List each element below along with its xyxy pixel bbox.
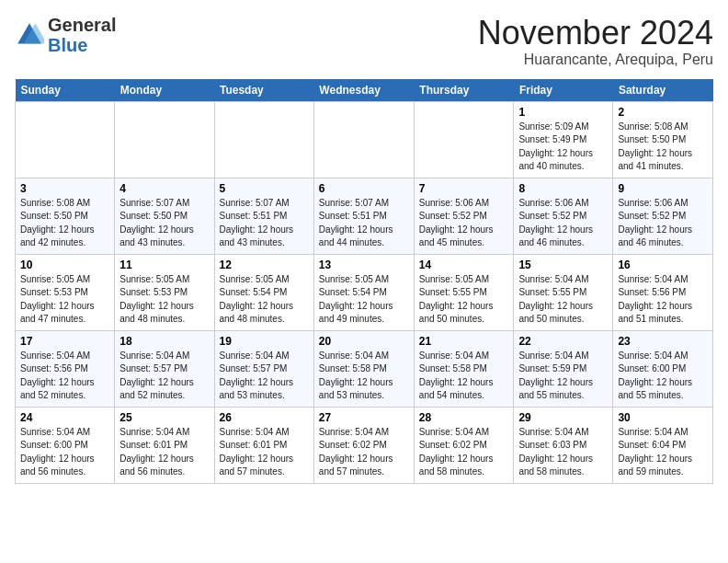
day-info: Sunrise: 5:04 AMSunset: 6:00 PMDaylight:…: [618, 350, 708, 403]
week-row-3: 10Sunrise: 5:05 AMSunset: 5:53 PMDayligh…: [16, 254, 713, 330]
day-number: 24: [20, 411, 109, 424]
day-info: Sunrise: 5:04 AMSunset: 5:56 PMDaylight:…: [618, 273, 708, 327]
day-info: Sunrise: 5:06 AMSunset: 5:52 PMDaylight:…: [419, 197, 509, 250]
day-cell-4: 4Sunrise: 5:07 AMSunset: 5:50 PMDaylight…: [115, 178, 214, 254]
day-number: 17: [20, 335, 109, 348]
day-info: Sunrise: 5:04 AMSunset: 6:01 PMDaylight:…: [220, 426, 309, 479]
day-cell-16: 16Sunrise: 5:04 AMSunset: 5:56 PMDayligh…: [613, 254, 713, 330]
day-cell-7: 7Sunrise: 5:06 AMSunset: 5:52 PMDaylight…: [414, 178, 514, 254]
day-number: 5: [220, 182, 309, 195]
day-number: 19: [220, 335, 309, 348]
day-number: 28: [419, 411, 509, 424]
day-cell-22: 22Sunrise: 5:04 AMSunset: 5:59 PMDayligh…: [514, 330, 613, 407]
week-row-2: 3Sunrise: 5:08 AMSunset: 5:50 PMDaylight…: [16, 178, 713, 254]
weekday-header-friday: Friday: [514, 79, 613, 102]
day-cell-24: 24Sunrise: 5:04 AMSunset: 6:00 PMDayligh…: [16, 407, 115, 483]
day-info: Sunrise: 5:04 AMSunset: 5:57 PMDaylight:…: [119, 350, 209, 403]
day-number: 2: [618, 106, 708, 119]
day-info: Sunrise: 5:04 AMSunset: 6:04 PMDaylight:…: [618, 426, 708, 479]
day-number: 22: [518, 335, 608, 348]
empty-cell: [16, 101, 115, 178]
calendar-table: SundayMondayTuesdayWednesdayThursdayFrid…: [15, 79, 713, 484]
day-info: Sunrise: 5:04 AMSunset: 5:57 PMDaylight:…: [220, 350, 309, 403]
day-cell-12: 12Sunrise: 5:05 AMSunset: 5:54 PMDayligh…: [214, 254, 313, 330]
day-info: Sunrise: 5:09 AMSunset: 5:49 PMDaylight:…: [518, 121, 608, 174]
day-number: 12: [220, 259, 309, 271]
week-row-5: 24Sunrise: 5:04 AMSunset: 6:00 PMDayligh…: [16, 407, 713, 483]
empty-cell: [414, 101, 514, 178]
day-number: 10: [20, 259, 109, 271]
weekday-header-tuesday: Tuesday: [214, 79, 313, 102]
day-cell-30: 30Sunrise: 5:04 AMSunset: 6:04 PMDayligh…: [613, 407, 713, 483]
day-cell-29: 29Sunrise: 5:04 AMSunset: 6:03 PMDayligh…: [514, 407, 613, 483]
day-number: 21: [419, 335, 509, 348]
day-info: Sunrise: 5:04 AMSunset: 6:01 PMDaylight:…: [119, 426, 209, 479]
weekday-header-saturday: Saturday: [613, 79, 713, 102]
day-number: 26: [220, 411, 309, 424]
day-info: Sunrise: 5:04 AMSunset: 5:59 PMDaylight:…: [518, 350, 608, 403]
day-cell-5: 5Sunrise: 5:07 AMSunset: 5:51 PMDaylight…: [214, 178, 313, 254]
day-info: Sunrise: 5:04 AMSunset: 6:00 PMDaylight:…: [20, 426, 109, 479]
day-cell-9: 9Sunrise: 5:06 AMSunset: 5:52 PMDaylight…: [613, 178, 713, 254]
day-info: Sunrise: 5:05 AMSunset: 5:54 PMDaylight:…: [319, 273, 409, 327]
location: Huarancante, Arequipa, Peru: [478, 52, 713, 68]
day-info: Sunrise: 5:05 AMSunset: 5:53 PMDaylight:…: [119, 273, 209, 327]
day-cell-26: 26Sunrise: 5:04 AMSunset: 6:01 PMDayligh…: [214, 407, 313, 483]
day-cell-14: 14Sunrise: 5:05 AMSunset: 5:55 PMDayligh…: [414, 254, 514, 330]
day-info: Sunrise: 5:04 AMSunset: 5:58 PMDaylight:…: [319, 350, 409, 403]
day-cell-10: 10Sunrise: 5:05 AMSunset: 5:53 PMDayligh…: [16, 254, 115, 330]
day-number: 27: [319, 411, 409, 424]
day-info: Sunrise: 5:08 AMSunset: 5:50 PMDaylight:…: [20, 197, 109, 250]
day-cell-8: 8Sunrise: 5:06 AMSunset: 5:52 PMDaylight…: [514, 178, 613, 254]
weekday-header-sunday: Sunday: [16, 79, 115, 102]
day-info: Sunrise: 5:08 AMSunset: 5:50 PMDaylight:…: [618, 121, 708, 174]
day-number: 4: [119, 182, 209, 195]
day-info: Sunrise: 5:05 AMSunset: 5:54 PMDaylight:…: [220, 273, 309, 327]
day-cell-15: 15Sunrise: 5:04 AMSunset: 5:55 PMDayligh…: [514, 254, 613, 330]
day-number: 11: [119, 259, 209, 271]
day-cell-11: 11Sunrise: 5:05 AMSunset: 5:53 PMDayligh…: [115, 254, 214, 330]
logo-icon: [15, 20, 44, 50]
day-info: Sunrise: 5:07 AMSunset: 5:50 PMDaylight:…: [119, 197, 209, 250]
day-info: Sunrise: 5:04 AMSunset: 6:03 PMDaylight:…: [518, 426, 608, 479]
day-cell-13: 13Sunrise: 5:05 AMSunset: 5:54 PMDayligh…: [313, 254, 414, 330]
day-number: 18: [119, 335, 209, 348]
day-number: 8: [518, 182, 608, 195]
empty-cell: [115, 101, 214, 178]
day-number: 14: [419, 259, 509, 271]
day-number: 20: [319, 335, 409, 348]
title-block: November 2024 Huarancante, Arequipa, Per…: [478, 15, 713, 68]
day-cell-3: 3Sunrise: 5:08 AMSunset: 5:50 PMDaylight…: [16, 178, 115, 254]
day-info: Sunrise: 5:07 AMSunset: 5:51 PMDaylight:…: [319, 197, 409, 250]
day-cell-1: 1Sunrise: 5:09 AMSunset: 5:49 PMDaylight…: [514, 101, 613, 178]
page-header: General Blue November 2024 Huarancante, …: [15, 15, 713, 68]
day-number: 30: [618, 411, 708, 424]
day-cell-6: 6Sunrise: 5:07 AMSunset: 5:51 PMDaylight…: [313, 178, 414, 254]
day-cell-2: 2Sunrise: 5:08 AMSunset: 5:50 PMDaylight…: [613, 101, 713, 178]
day-cell-20: 20Sunrise: 5:04 AMSunset: 5:58 PMDayligh…: [313, 330, 414, 407]
day-number: 3: [20, 182, 109, 195]
day-cell-28: 28Sunrise: 5:04 AMSunset: 6:02 PMDayligh…: [414, 407, 514, 483]
empty-cell: [214, 101, 313, 178]
day-cell-19: 19Sunrise: 5:04 AMSunset: 5:57 PMDayligh…: [214, 330, 313, 407]
day-cell-25: 25Sunrise: 5:04 AMSunset: 6:01 PMDayligh…: [115, 407, 214, 483]
day-number: 6: [319, 182, 409, 195]
day-info: Sunrise: 5:04 AMSunset: 6:02 PMDaylight:…: [419, 426, 509, 479]
day-info: Sunrise: 5:04 AMSunset: 5:55 PMDaylight:…: [518, 273, 608, 327]
day-number: 13: [319, 259, 409, 271]
day-info: Sunrise: 5:04 AMSunset: 6:02 PMDaylight:…: [319, 426, 409, 479]
week-row-4: 17Sunrise: 5:04 AMSunset: 5:56 PMDayligh…: [16, 330, 713, 407]
calendar-header: SundayMondayTuesdayWednesdayThursdayFrid…: [16, 79, 713, 102]
weekday-header-monday: Monday: [115, 79, 214, 102]
day-info: Sunrise: 5:06 AMSunset: 5:52 PMDaylight:…: [518, 197, 608, 250]
day-number: 9: [618, 182, 708, 195]
day-info: Sunrise: 5:05 AMSunset: 5:53 PMDaylight:…: [20, 273, 109, 327]
calendar-body: 1Sunrise: 5:09 AMSunset: 5:49 PMDaylight…: [16, 101, 713, 483]
day-number: 29: [518, 411, 608, 424]
logo-text: General Blue: [48, 15, 116, 55]
empty-cell: [313, 101, 414, 178]
day-cell-21: 21Sunrise: 5:04 AMSunset: 5:58 PMDayligh…: [414, 330, 514, 407]
day-number: 7: [419, 182, 509, 195]
day-number: 1: [518, 106, 608, 119]
day-number: 16: [618, 259, 708, 271]
